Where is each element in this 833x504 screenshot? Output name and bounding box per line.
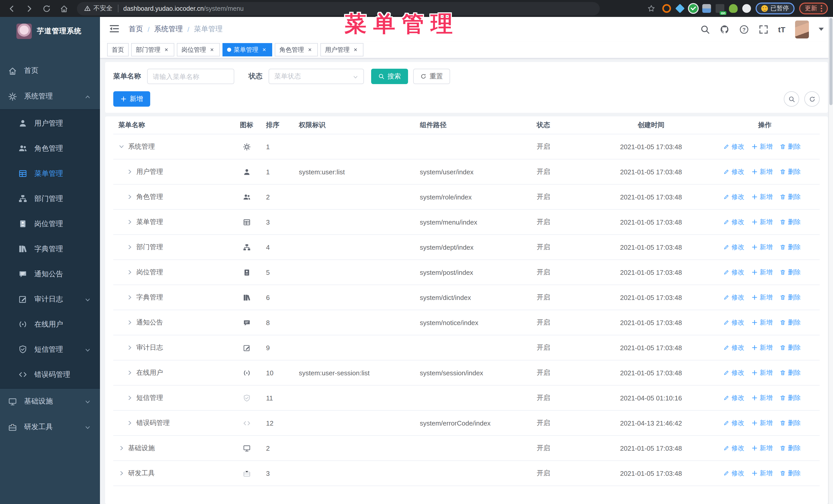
reset-button[interactable]: 重置 [413,69,450,84]
sidebar-item[interactable]: 菜单管理 [0,161,100,186]
menu-name-input[interactable] [147,69,234,84]
row-expand-icon[interactable] [127,294,133,301]
sidebar-item[interactable]: 审计日志 [0,287,100,312]
edit-link[interactable]: 修改 [723,368,744,377]
app-logo[interactable]: 芋道管理系统 [0,17,100,45]
font-size-icon[interactable]: tT [778,25,785,33]
sidebar-item[interactable]: 通知公告 [0,262,100,287]
browser-forward-icon[interactable] [23,2,36,15]
add-link[interactable]: 新增 [752,218,772,226]
extension-icon[interactable] [702,4,711,13]
row-expand-icon[interactable] [127,395,133,401]
row-expand-icon[interactable] [127,244,133,250]
add-link[interactable]: 新增 [752,318,772,327]
edit-link[interactable]: 修改 [723,318,744,327]
add-button[interactable]: 新增 [113,91,150,106]
header-search-icon[interactable] [700,24,710,34]
sidebar-item[interactable]: 错误码管理 [0,362,100,387]
status-select[interactable]: 菜单状态 [269,69,364,84]
add-link[interactable]: 新增 [752,368,772,377]
breadcrumb-item[interactable]: 首页 [129,25,143,34]
delete-link[interactable]: 删除 [780,142,801,151]
delete-link[interactable]: 删除 [780,268,801,277]
row-expand-icon[interactable] [127,344,133,351]
delete-link[interactable]: 删除 [780,469,801,478]
sidebar-item[interactable]: 基础设施 [0,389,100,414]
browser-home-icon[interactable] [57,2,71,15]
address-bar[interactable]: 不安全 dashboard.yudao.iocoder.cn/system/me… [77,2,600,15]
edit-link[interactable]: 修改 [723,469,744,478]
row-expand-icon[interactable] [127,194,133,200]
row-expand-icon[interactable] [127,169,133,175]
not-secure-warning[interactable]: 不安全 [84,4,113,13]
extension-icon[interactable] [689,4,698,13]
delete-link[interactable]: 删除 [780,368,801,377]
delete-link[interactable]: 删除 [780,243,801,251]
browser-update-button[interactable]: 更新 [799,3,828,14]
sidebar-item[interactable]: 角色管理 [0,136,100,161]
edit-link[interactable]: 修改 [723,393,744,402]
tag-close-icon[interactable] [163,46,170,53]
browser-menu-kebab-icon[interactable] [821,5,822,12]
profile-paused-badge[interactable]: 已暂停 [756,3,794,14]
extension-icon[interactable] [675,4,684,13]
search-button[interactable]: 搜索 [371,69,408,84]
tag-close-icon[interactable] [352,46,359,53]
extension-icon[interactable] [729,4,738,13]
delete-link[interactable]: 删除 [780,167,801,176]
row-expand-icon[interactable] [127,319,133,326]
extension-icon[interactable] [662,4,671,13]
add-link[interactable]: 新增 [752,243,772,251]
sidebar-item[interactable]: 研发工具 [0,414,100,440]
add-link[interactable]: 新增 [752,142,772,151]
edit-link[interactable]: 修改 [723,293,744,302]
row-expand-icon[interactable] [127,370,133,376]
delete-link[interactable]: 删除 [780,318,801,327]
add-link[interactable]: 新增 [752,469,772,478]
sidebar-item[interactable]: 字典管理 [0,236,100,262]
sidebar-item[interactable]: 部门管理 [0,186,100,211]
edit-link[interactable]: 修改 [723,268,744,277]
delete-link[interactable]: 删除 [780,393,801,402]
view-tag[interactable]: 岗位管理 [177,43,220,56]
add-link[interactable]: 新增 [752,167,772,176]
user-avatar[interactable] [795,20,809,38]
extension-icon[interactable] [716,4,724,13]
view-tag[interactable]: 角色管理 [275,43,318,56]
sidebar-item[interactable]: 岗位管理 [0,211,100,236]
help-icon[interactable] [739,24,749,34]
delete-link[interactable]: 删除 [780,343,801,352]
row-expand-icon[interactable] [127,219,133,225]
row-expand-icon[interactable] [118,470,124,476]
edit-link[interactable]: 修改 [723,243,744,251]
sidebar-item[interactable]: 用户管理 [0,111,100,136]
view-tag[interactable]: 首页 [107,43,129,56]
row-expand-icon[interactable] [118,445,124,451]
edit-link[interactable]: 修改 [723,444,744,453]
bookmark-star-icon[interactable] [644,2,658,15]
breadcrumb-item[interactable]: 系统管理 [154,25,183,34]
sidebar-fold-icon[interactable] [109,24,120,35]
scrollbar-thumb[interactable] [829,18,832,105]
delete-link[interactable]: 删除 [780,218,801,226]
browser-back-icon[interactable] [5,2,19,15]
add-link[interactable]: 新增 [752,343,772,352]
extensions-puzzle-icon[interactable] [742,4,751,13]
tag-close-icon[interactable] [307,46,313,53]
edit-link[interactable]: 修改 [723,343,744,352]
tag-close-icon[interactable] [261,46,268,53]
sidebar-item[interactable]: 在线用户 [0,312,100,337]
row-expand-icon[interactable] [118,144,124,150]
delete-link[interactable]: 删除 [780,293,801,302]
row-expand-icon[interactable] [127,269,133,275]
edit-link[interactable]: 修改 [723,418,744,427]
edit-link[interactable]: 修改 [723,218,744,226]
add-link[interactable]: 新增 [752,268,772,277]
add-link[interactable]: 新增 [752,293,772,302]
delete-link[interactable]: 删除 [780,418,801,427]
github-icon[interactable] [720,24,730,34]
row-expand-icon[interactable] [127,420,133,426]
sidebar-item[interactable]: 系统管理 [0,83,100,109]
sidebar-item[interactable]: 短信管理 [0,337,100,362]
edit-link[interactable]: 修改 [723,142,744,151]
